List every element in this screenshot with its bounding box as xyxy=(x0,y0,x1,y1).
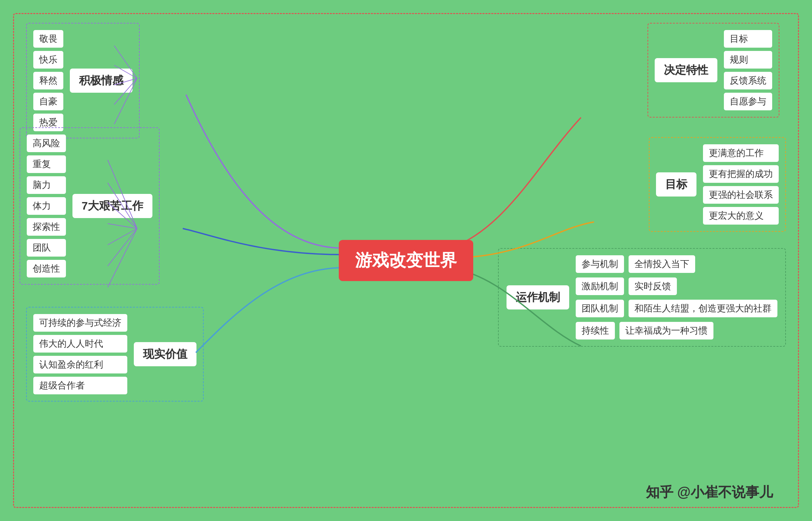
leaf-tuanduijizhi: 团队机制 xyxy=(576,300,624,317)
leaf-jijizhi: 激励机制 xyxy=(576,277,624,295)
leaf-hemosheng: 和陌生人结盟，创造更强大的社群 xyxy=(629,300,778,317)
left-mid-leaves: 高风险 重复 脑力 体力 探索性 团队 创造性 xyxy=(27,135,66,277)
leaf-shiran: 释然 xyxy=(33,72,63,89)
leaf-canjijizhi: 参与机制 xyxy=(576,255,624,273)
leaf-tili: 体力 xyxy=(27,197,66,215)
leaf-chao: 超级合作者 xyxy=(33,377,127,394)
right-mid-leaves: 更满意的工作 更有把握的成功 更强的社会联系 更宏大的意义 xyxy=(703,144,779,225)
leaf-chongfu: 重复 xyxy=(27,155,66,173)
right-bot-mechanisms: 参与机制 全情投入当下 激励机制 实时反馈 团队机制 和陌生人结盟，创造更强大的… xyxy=(576,255,778,340)
leaf-quanqing: 全情投入当下 xyxy=(629,255,695,273)
leaf-chuangzaoxing: 创造性 xyxy=(27,260,66,277)
branch-jiji: 积极情感 xyxy=(70,69,133,93)
leaf-chixu: 持续性 xyxy=(576,322,615,340)
mech-row-1: 参与机制 全情投入当下 xyxy=(576,255,778,273)
left-mid-group: 高风险 重复 脑力 体力 探索性 团队 创造性 7大艰苦工作 xyxy=(20,127,160,285)
branch-mubiao: 目标 xyxy=(656,172,696,197)
mech-row-3: 团队机制 和陌生人结盟，创造更强大的社群 xyxy=(576,300,778,317)
leaf-jingwei: 敬畏 xyxy=(33,30,63,48)
leaf-mubiao: 目标 xyxy=(724,30,772,48)
watermark: 知乎 @小崔不说事儿 xyxy=(646,483,773,501)
leaf-weida: 伟大的人人时代 xyxy=(33,335,127,353)
left-bot-leaves: 可持续的参与式经济 伟大的人人时代 认知盈余的红利 超级合作者 xyxy=(33,314,127,394)
center-node: 游戏改变世界 xyxy=(339,240,473,281)
branch-yunzuo: 运作机制 xyxy=(507,285,569,310)
mech-row-4: 持续性 让幸福成为一种习惯 xyxy=(576,322,778,340)
leaf-kechixu: 可持续的参与式经济 xyxy=(33,314,127,332)
leaf-shishi: 实时反馈 xyxy=(629,277,677,295)
right-mid-group: 目标 更满意的工作 更有把握的成功 更强的社会联系 更宏大的意义 xyxy=(649,137,786,232)
leaf-guize: 规则 xyxy=(724,51,772,69)
leaf-tansuoxing: 探索性 xyxy=(27,218,66,236)
leaf-zihao: 自豪 xyxy=(33,93,63,110)
right-top-group: 决定特性 目标 规则 反馈系统 自愿参与 xyxy=(648,23,779,117)
leaf-xingfu: 让幸福成为一种习惯 xyxy=(620,322,714,340)
right-top-leaves: 目标 规则 反馈系统 自愿参与 xyxy=(724,30,772,110)
leaf-gengman: 更满意的工作 xyxy=(703,144,779,162)
branch-jueding: 决定特性 xyxy=(655,58,717,82)
leaf-gaofengxian: 高风险 xyxy=(27,135,66,152)
left-top-leaves: 敬畏 快乐 释然 自豪 热爱 xyxy=(33,30,63,131)
leaf-renzhi: 认知盈余的红利 xyxy=(33,356,127,373)
leaf-gengyou: 更有把握的成功 xyxy=(703,165,779,183)
left-top-group: 敬畏 快乐 释然 自豪 热爱 积极情感 xyxy=(26,23,140,138)
leaf-ziyuan: 自愿参与 xyxy=(724,93,772,110)
mech-row-2: 激励机制 实时反馈 xyxy=(576,277,778,295)
right-bot-group: 运作机制 参与机制 全情投入当下 激励机制 实时反馈 团队机制 和陌生人结盟，创… xyxy=(498,248,786,347)
leaf-genghong: 更宏大的意义 xyxy=(703,207,779,225)
leaf-gengqiang: 更强的社会联系 xyxy=(703,186,779,204)
branch-xianshi: 现实价值 xyxy=(134,342,196,366)
branch-7da: 7大艰苦工作 xyxy=(72,194,153,218)
left-bot-group: 可持续的参与式经济 伟大的人人时代 认知盈余的红利 超级合作者 现实价值 xyxy=(26,307,204,402)
leaf-naoli: 脑力 xyxy=(27,176,66,194)
leaf-tuandui: 团队 xyxy=(27,239,66,256)
leaf-kuaile: 快乐 xyxy=(33,51,63,69)
leaf-fankui: 反馈系统 xyxy=(724,72,772,89)
